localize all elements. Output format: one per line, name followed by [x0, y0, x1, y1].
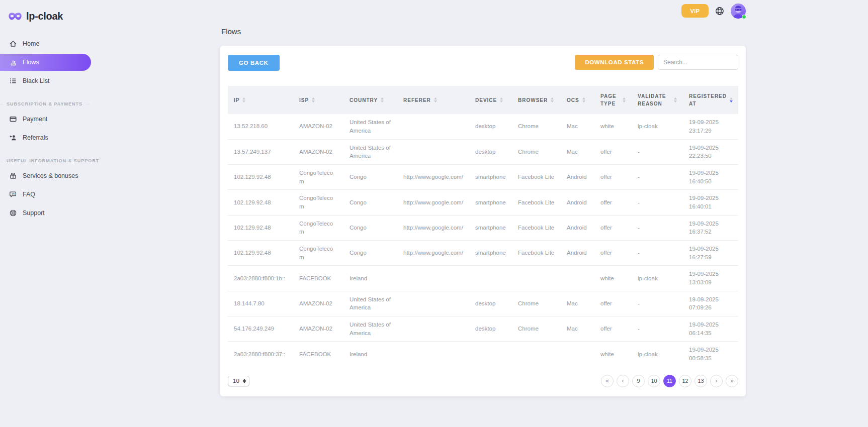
pagination-page-10-button[interactable]: 10: [648, 375, 660, 387]
cell-page-type: offer: [594, 316, 632, 341]
table-row: 13.57.249.137AMAZON-02United States of A…: [228, 139, 738, 164]
table-row: 102.129.92.48CongoTelecomCongohttp://www…: [228, 164, 738, 189]
sidebar-item-label: Support: [23, 209, 45, 217]
cell-ip: 18.144.7.80: [228, 291, 293, 316]
sidebar-item-label: Black List: [23, 77, 50, 84]
cell-browser: Chrome: [512, 291, 561, 316]
language-globe-icon[interactable]: [715, 6, 725, 16]
column-header-country[interactable]: COUNTRY: [343, 86, 397, 114]
cell-referer: [397, 291, 469, 316]
cell-isp: CongoTelecom: [293, 190, 343, 215]
cell-registered-at: 19-09-202522:23:50: [683, 139, 738, 164]
brand-logo: lp-cloak: [0, 6, 95, 24]
sort-icon: [381, 97, 384, 102]
table-header-row: IP ISP COUNTRY REFERER DEVICE BROWSER OC…: [228, 86, 738, 114]
sidebar-item-support[interactable]: Support: [0, 204, 95, 222]
cell-registered-at: 19-09-202516:40:01: [683, 190, 738, 215]
pagination-page-11-button[interactable]: 11: [663, 375, 676, 387]
table-row: 54.176.249.249AMAZON-02United States of …: [228, 316, 738, 341]
cell-country: Congo: [343, 164, 397, 189]
column-header-validate-reason[interactable]: VALIDATE REASON: [632, 86, 683, 114]
cell-browser: Facebook Lite: [512, 215, 561, 240]
cell-validate-reason: -: [632, 164, 683, 189]
search-input[interactable]: [658, 55, 738, 70]
cell-validate-reason: -: [632, 139, 683, 164]
cell-device: smartphone: [469, 164, 512, 189]
table-row: 102.129.92.48CongoTelecomCongohttp://www…: [228, 190, 738, 215]
column-header-ocs[interactable]: OCS: [561, 86, 594, 114]
column-header-page-type[interactable]: PAGE TYPE: [594, 86, 632, 114]
pagination-last-button[interactable]: »: [726, 375, 738, 387]
pagination-page-12-button[interactable]: 12: [679, 375, 691, 387]
pagination-page-13-button[interactable]: 13: [695, 375, 707, 387]
go-back-button[interactable]: GO BACK: [228, 55, 280, 71]
cell-ip: 13.57.249.137: [228, 139, 293, 164]
download-stats-button[interactable]: DOWNLOAD STATS: [575, 55, 654, 70]
lifebuoy-icon: [9, 209, 17, 217]
cell-page-type: offer: [594, 240, 632, 265]
cell-country: United States of America: [343, 291, 397, 316]
cell-referer: [397, 342, 469, 367]
cell-ip: 102.129.92.48: [228, 190, 293, 215]
column-header-ip[interactable]: IP: [228, 86, 293, 114]
cell-ocs: [561, 266, 594, 291]
sidebar-item-flows[interactable]: Flows: [0, 54, 91, 71]
cell-browser: Facebook Lite: [512, 190, 561, 215]
sidebar-item-referrals[interactable]: Referrals: [0, 129, 95, 146]
sidebar-item-black-list[interactable]: Black List: [0, 72, 95, 89]
sidebar-item-label: Services & bonuses: [23, 172, 78, 179]
pagination-page-9-button[interactable]: 9: [632, 375, 645, 387]
cell-browser: Chrome: [512, 316, 561, 341]
vip-button[interactable]: VIP: [681, 4, 709, 18]
cell-validate-reason: lp-cloak: [632, 114, 683, 139]
sidebar-item-services-bonuses[interactable]: Services & bonuses: [0, 167, 95, 184]
cell-validate-reason: -: [632, 215, 683, 240]
stepper-icon: [243, 379, 246, 383]
page-size-select[interactable]: 10: [228, 376, 249, 386]
cell-referer: [397, 266, 469, 291]
user-avatar[interactable]: [731, 4, 746, 19]
person-add-icon: [9, 134, 17, 142]
cell-country: Congo: [343, 190, 397, 215]
sidebar-item-faq[interactable]: ?! FAQ: [0, 186, 95, 203]
cell-registered-at: 19-09-202500:58:35: [683, 342, 738, 367]
cell-browser: Chrome: [512, 114, 561, 139]
column-header-device[interactable]: DEVICE: [469, 86, 512, 114]
online-status-dot: [742, 15, 746, 19]
column-header-browser[interactable]: BROWSER: [512, 86, 561, 114]
cell-registered-at: 19-09-202523:17:29: [683, 114, 738, 139]
cell-isp: AMAZON-02: [293, 139, 343, 164]
cell-referer: http://www.google.com/: [397, 215, 469, 240]
column-header-isp[interactable]: ISP: [293, 86, 343, 114]
cell-country: Congo: [343, 240, 397, 265]
pagination-next-button[interactable]: ›: [710, 375, 723, 387]
cell-country: Congo: [343, 215, 397, 240]
cell-ocs: Mac: [561, 316, 594, 341]
sidebar-item-home[interactable]: Home: [0, 35, 95, 52]
cell-registered-at: 19-09-202516:27:59: [683, 240, 738, 265]
sidebar-item-label: FAQ: [23, 191, 35, 198]
column-header-referer[interactable]: REFERER: [397, 86, 469, 114]
cell-registered-at: 19-09-202506:14:35: [683, 316, 738, 341]
svg-text:?!: ?!: [12, 192, 15, 195]
cell-browser: [512, 266, 561, 291]
pagination-prev-button[interactable]: ‹: [617, 375, 629, 387]
cell-validate-reason: lp-cloak: [632, 342, 683, 367]
cell-isp: FACEBOOK: [293, 342, 343, 367]
sort-icon: [242, 97, 245, 102]
cell-ip: 54.176.249.249: [228, 316, 293, 341]
table-row: 2a03:2880:f800:37::FACEBOOKIrelandwhitel…: [228, 342, 738, 367]
cell-isp: FACEBOOK: [293, 266, 343, 291]
cell-validate-reason: -: [632, 291, 683, 316]
sidebar-item-payment[interactable]: Payment: [0, 111, 95, 128]
table-row: 13.52.218.60AMAZON-02United States of Am…: [228, 114, 738, 139]
sidebar: lp-cloak Home Flows: [0, 0, 95, 427]
table-row: 2a03:2880:f800:1b::FACEBOOKIrelandwhitel…: [228, 266, 738, 291]
cell-isp: CongoTelecom: [293, 215, 343, 240]
pagination-first-button[interactable]: «: [601, 375, 614, 387]
cell-isp: AMAZON-02: [293, 291, 343, 316]
column-header-registered-at[interactable]: REGISTERED AT: [683, 86, 738, 114]
mask-icon: [8, 12, 22, 21]
sort-icon: [551, 97, 554, 102]
cell-ocs: [561, 342, 594, 367]
